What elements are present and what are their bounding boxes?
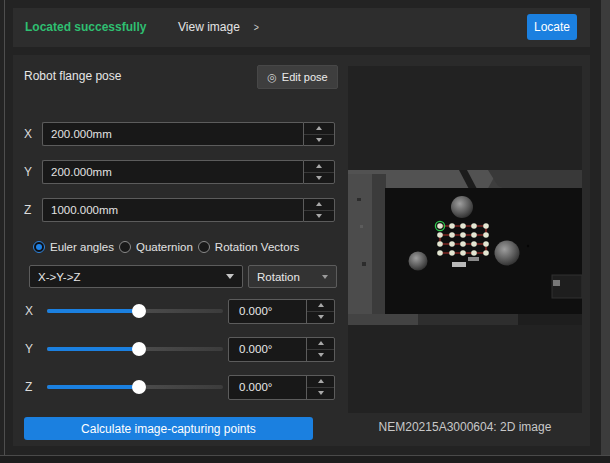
slider-z-value[interactable]: 0.000°: [229, 376, 306, 399]
window-right-edge: [601, 0, 610, 463]
pose-field-x: X 200.000mm: [24, 122, 335, 146]
x-spinner-down-button[interactable]: [304, 135, 334, 146]
window-left-divider: [4, 0, 5, 463]
radio-quaternion[interactable]: [119, 241, 131, 253]
dark-box: [552, 275, 582, 298]
z-field-spinner: [303, 198, 335, 222]
sphere-left: [409, 252, 428, 271]
arrow-up-icon: [318, 379, 324, 383]
slider-y-value[interactable]: 0.000°: [229, 338, 306, 361]
z-field-label: Z: [24, 203, 42, 217]
view-image-label: View image: [178, 20, 240, 34]
edit-pose-button[interactable]: ◎ Edit pose: [257, 65, 338, 89]
slider-handle[interactable]: [132, 304, 146, 318]
chevron-down-icon: [226, 274, 234, 279]
radio-euler-angles[interactable]: [33, 241, 45, 253]
x-field-spinner: [303, 122, 335, 146]
slider-y[interactable]: [47, 336, 223, 362]
y-spinner-down-button[interactable]: [304, 173, 334, 184]
status-bar: Located successfully View image > Locate: [13, 8, 590, 47]
euler-order-value: X->Y->Z: [38, 271, 80, 283]
locate-button[interactable]: Locate: [527, 14, 577, 40]
pose-field-y: Y 200.000mm: [24, 160, 335, 184]
y-field-spinner: [303, 160, 335, 184]
slider-y-label: Y: [25, 342, 39, 356]
slider-track-fill: [47, 385, 139, 389]
z-angle-up-button[interactable]: [307, 376, 334, 388]
board-label: [452, 262, 466, 267]
board-label-small: [468, 257, 479, 261]
slider-track-fill: [47, 347, 139, 351]
arrow-up-icon: [316, 126, 322, 130]
camera-image-caption: NEM20215A3000604: 2D image: [348, 420, 582, 434]
y-spinner-up-button[interactable]: [304, 161, 334, 173]
panel-title: Robot flange pose: [24, 69, 121, 83]
slider-track-fill: [47, 309, 139, 313]
y-field-label: Y: [24, 165, 42, 179]
robot-flange-pose-panel: Robot flange pose ◎ Edit pose X 200.000m…: [13, 55, 590, 446]
z-spinner-up-button[interactable]: [304, 199, 334, 211]
arrow-up-icon: [318, 303, 324, 307]
slider-x[interactable]: [47, 298, 223, 324]
arrow-down-icon: [318, 353, 324, 357]
x-field-label: X: [24, 127, 42, 141]
radio-euler-angles-label: Euler angles: [50, 241, 114, 253]
y-angle-down-button[interactable]: [307, 350, 334, 361]
gray-band-streak: [372, 174, 386, 325]
window-bottom-edge: [0, 456, 610, 463]
radio-quaternion-label: Quaternion: [136, 241, 193, 253]
sphere-right: [495, 241, 520, 266]
radio-rotation-vectors[interactable]: [198, 241, 210, 253]
arrow-down-icon: [318, 315, 324, 319]
rotation-slider-row-x: X 0.000°: [25, 298, 335, 324]
arrow-down-icon: [316, 138, 322, 142]
z-spinner-down-button[interactable]: [304, 211, 334, 222]
edit-pose-icon: ◎: [267, 71, 277, 84]
rotation-type-select[interactable]: Rotation: [248, 265, 337, 288]
edit-pose-label: Edit pose: [282, 71, 328, 83]
x-field-input[interactable]: 200.000mm: [42, 122, 303, 146]
slider-handle[interactable]: [132, 380, 146, 394]
slider-x-value-box: 0.000°: [228, 299, 335, 324]
view-image-link[interactable]: View image >: [178, 8, 260, 47]
euler-order-select[interactable]: X->Y->Z: [29, 265, 243, 288]
image-viewer: [348, 66, 582, 413]
y-field-input[interactable]: 200.000mm: [42, 160, 303, 184]
slider-z[interactable]: [47, 374, 223, 400]
x-angle-up-button[interactable]: [307, 300, 334, 312]
calculate-image-capturing-points-button[interactable]: Calculate image-capturing points: [24, 417, 313, 440]
slider-x-spinner: [306, 300, 334, 323]
chevron-right-icon: >: [254, 8, 259, 47]
chevron-down-icon: [322, 275, 328, 279]
slider-x-label: X: [25, 304, 39, 318]
sphere-top: [451, 196, 473, 218]
slider-x-value[interactable]: 0.000°: [229, 300, 306, 323]
slider-z-spinner: [306, 376, 334, 399]
rotation-type-value: Rotation: [257, 271, 300, 283]
x-spinner-up-button[interactable]: [304, 123, 334, 135]
x-angle-down-button[interactable]: [307, 312, 334, 323]
rotation-slider-row-y: Y 0.000°: [25, 336, 335, 362]
arrow-up-icon: [318, 341, 324, 345]
slider-z-label: Z: [25, 380, 39, 394]
rotation-slider-row-z: Z 0.000°: [25, 374, 335, 400]
app-window: Located successfully View image > Locate…: [0, 0, 610, 463]
slider-y-value-box: 0.000°: [228, 337, 335, 362]
arrow-up-icon: [316, 202, 322, 206]
slider-z-value-box: 0.000°: [228, 375, 335, 400]
rotation-format-group: Euler angles Quaternion Rotation Vectors: [33, 239, 304, 254]
y-angle-up-button[interactable]: [307, 338, 334, 350]
radio-rotation-vectors-label: Rotation Vectors: [215, 241, 299, 253]
arrow-down-icon: [318, 391, 324, 395]
arrow-down-icon: [316, 176, 322, 180]
z-field-input[interactable]: 1000.000mm: [42, 198, 303, 222]
pose-field-z: Z 1000.000mm: [24, 198, 335, 222]
arrow-up-icon: [316, 164, 322, 168]
z-angle-down-button[interactable]: [307, 388, 334, 399]
arrow-down-icon: [316, 214, 322, 218]
camera-2d-image: [348, 170, 582, 325]
slider-handle[interactable]: [132, 342, 146, 356]
slider-y-spinner: [306, 338, 334, 361]
status-text: Located successfully: [25, 8, 146, 47]
